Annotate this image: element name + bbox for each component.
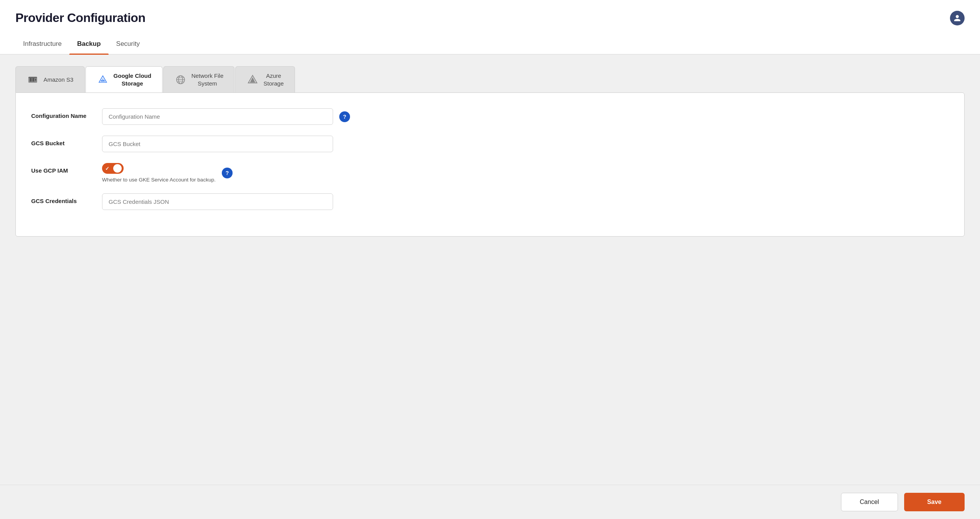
page-title: Provider Configuration <box>15 11 145 25</box>
nav-tabs: Infrastructure Backup Security <box>0 29 980 55</box>
toggle-wrap: ✓ Whether to use GKE Service Account for… <box>102 163 216 183</box>
gcs-bucket-input[interactable] <box>102 136 333 152</box>
form-row-config-name: Configuration Name ? <box>31 108 949 125</box>
gcs-bucket-label: GCS Bucket <box>31 136 93 147</box>
provider-tab-gcs[interactable]: Google CloudStorage <box>85 66 162 92</box>
svg-rect-3 <box>35 79 36 81</box>
save-button[interactable]: Save <box>904 493 965 511</box>
amazon-s3-icon <box>27 74 39 86</box>
tab-security[interactable]: Security <box>109 36 147 54</box>
nfs-label: Network FileSystem <box>191 72 223 87</box>
form-panel: Configuration Name ? GCS Bucket Use GCP … <box>15 92 965 237</box>
gcp-iam-hint: Whether to use GKE Service Account for b… <box>102 177 216 183</box>
azure-icon <box>246 74 259 86</box>
footer-bar: Cancel Save <box>0 485 980 519</box>
amazon-s3-label: Amazon S3 <box>44 76 74 84</box>
gcp-iam-wrap: ✓ Whether to use GKE Service Account for… <box>102 163 949 183</box>
gcs-label: Google CloudStorage <box>114 72 151 87</box>
config-name-help-icon[interactable]: ? <box>339 111 350 122</box>
content-area: Amazon S3 Google CloudStorage <box>0 55 980 485</box>
svg-rect-1 <box>30 78 32 81</box>
provider-tabs: Amazon S3 Google CloudStorage <box>15 66 965 92</box>
gcs-credentials-input[interactable] <box>102 193 333 210</box>
cancel-button[interactable]: Cancel <box>841 493 898 511</box>
config-name-label: Configuration Name <box>31 108 93 120</box>
header: Provider Configuration <box>0 0 980 25</box>
gcs-credentials-wrap <box>102 193 949 210</box>
provider-tab-amazon-s3[interactable]: Amazon S3 <box>15 66 85 92</box>
form-row-gcs-credentials: GCS Credentials <box>31 193 949 210</box>
azure-label: AzureStorage <box>263 72 284 87</box>
svg-rect-2 <box>32 78 34 81</box>
form-row-gcs-bucket: GCS Bucket <box>31 136 949 152</box>
gcp-iam-help-icon[interactable]: ? <box>222 168 233 178</box>
page-wrapper: Provider Configuration Infrastructure Ba… <box>0 0 980 519</box>
gcs-credentials-label: GCS Credentials <box>31 193 93 205</box>
gcp-iam-label: Use GCP IAM <box>31 163 93 175</box>
tab-infrastructure[interactable]: Infrastructure <box>15 36 69 54</box>
gcs-bucket-wrap <box>102 136 949 152</box>
gcs-icon <box>97 74 109 86</box>
svg-point-9 <box>102 79 103 80</box>
gcp-iam-toggle[interactable]: ✓ <box>102 163 124 174</box>
config-name-input[interactable] <box>102 108 333 125</box>
user-avatar[interactable] <box>950 11 965 25</box>
config-name-wrap: ? <box>102 108 949 125</box>
form-row-gcp-iam: Use GCP IAM ✓ Whether to use GKE Service… <box>31 163 949 183</box>
tab-backup[interactable]: Backup <box>69 36 108 54</box>
toggle-slider: ✓ <box>102 163 124 174</box>
svg-rect-4 <box>28 77 37 78</box>
provider-tab-azure[interactable]: AzureStorage <box>235 66 295 92</box>
toggle-row: ✓ <box>102 163 216 174</box>
provider-tab-nfs[interactable]: Network FileSystem <box>163 66 235 92</box>
nfs-icon <box>174 74 187 86</box>
